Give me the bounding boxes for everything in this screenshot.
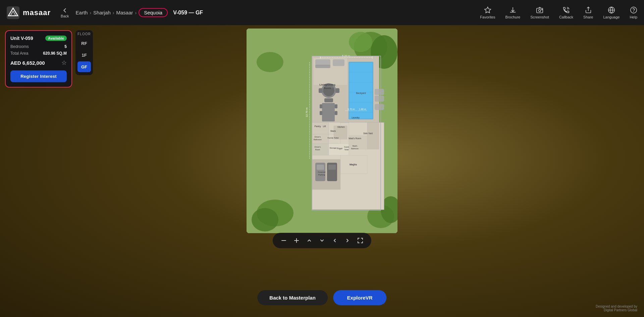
share-action[interactable]: Share	[583, 6, 593, 19]
svg-rect-35	[319, 88, 323, 93]
svg-text:Laundry: Laundry	[352, 116, 360, 119]
svg-text:Foyer: Foyer	[337, 147, 343, 150]
svg-rect-32	[324, 98, 333, 102]
svg-rect-39	[322, 103, 335, 121]
svg-text:Maid's: Maid's	[353, 145, 358, 147]
bedrooms-label: Bedrooms	[10, 44, 29, 49]
svg-text:Kitchen: Kitchen	[337, 126, 345, 128]
pan-up-button[interactable]	[304, 235, 314, 246]
unit-title: Unit V-059	[10, 36, 33, 41]
svg-point-20	[257, 52, 283, 72]
svg-rect-48	[312, 122, 329, 134]
svg-marker-3	[485, 7, 491, 12]
favorite-star-icon[interactable]: ☆	[61, 59, 67, 66]
svg-text:Living/Dining: Living/Dining	[319, 83, 335, 86]
floor-panel: FLOOR RF 1F GF	[75, 30, 93, 75]
svg-rect-44	[375, 89, 384, 95]
help-label: Help	[630, 15, 637, 19]
svg-text:Driver's: Driver's	[315, 136, 321, 138]
callback-action[interactable]: Callback	[559, 6, 573, 19]
star-icon	[484, 6, 491, 14]
svg-rect-62	[328, 165, 336, 170]
favorites-label: Favorites	[480, 15, 495, 19]
svg-text:Bathroom: Bathroom	[351, 148, 359, 150]
back-to-masterplan-button[interactable]: Back to Masterplan	[257, 290, 328, 305]
zoom-in-button[interactable]	[291, 235, 302, 246]
svg-rect-43	[335, 111, 337, 115]
floor-gf-button[interactable]: GF	[77, 61, 91, 72]
back-button[interactable]: Back	[61, 7, 69, 18]
svg-text:Lift: Lift	[323, 125, 326, 127]
svg-rect-38	[333, 59, 344, 66]
language-action[interactable]: Language	[603, 6, 620, 19]
svg-rect-22	[349, 62, 373, 119]
callback-label: Callback	[559, 15, 573, 19]
area-value: 620.96 SQ.M	[43, 51, 67, 56]
fullscreen-button[interactable]	[355, 235, 365, 246]
svg-point-15	[349, 32, 372, 52]
help-action[interactable]: Help	[630, 6, 637, 19]
logo-icon	[7, 6, 19, 19]
brochure-action[interactable]: Brochure	[505, 6, 521, 19]
back-icon	[62, 7, 68, 13]
svg-text:1.80 m: 1.80 m	[359, 108, 366, 110]
footer-line2: Digital Partners Global	[596, 308, 637, 312]
breadcrumb-masaar[interactable]: Masaar	[116, 10, 133, 15]
floorplan-container: 5.30 m 12.70 m 3.70 m 1.80 m Living/Dini…	[247, 29, 397, 233]
area-label: Total Area	[10, 51, 28, 56]
pan-left-button[interactable]	[330, 235, 340, 246]
sep-3: ›	[135, 10, 137, 15]
share-icon	[585, 6, 592, 14]
header-actions: Favorites Brochure Screenshot Callback	[480, 6, 637, 19]
phone-icon	[562, 6, 570, 14]
svg-point-10	[631, 7, 637, 13]
floor-1f-button[interactable]: 1F	[77, 50, 91, 60]
svg-text:Guest: Guest	[344, 146, 349, 148]
pan-right-button[interactable]	[342, 235, 353, 246]
unit-header: Unit V-059 Available	[10, 36, 67, 41]
explore-vr-button[interactable]: ExploreVR	[333, 290, 387, 305]
logo-area: masaar	[7, 6, 51, 19]
unit-status: Available	[45, 36, 67, 41]
language-label: Language	[603, 15, 620, 19]
register-interest-button[interactable]: Register Interest	[10, 70, 67, 82]
price-row: AED 6,652,000 ☆	[10, 59, 67, 66]
floorplan-svg: 5.30 m 12.70 m 3.70 m 1.80 m Living/Dini…	[247, 29, 397, 233]
viewer-controls	[273, 233, 371, 248]
breadcrumb-sequoia[interactable]: Sequoia	[139, 8, 168, 17]
favorites-action[interactable]: Favorites	[480, 6, 495, 19]
svg-text:12.70 m: 12.70 m	[305, 107, 308, 117]
svg-rect-50	[312, 144, 329, 155]
svg-rect-40	[320, 104, 322, 108]
svg-text:Storage: Storage	[329, 147, 337, 149]
svg-rect-45	[375, 96, 384, 102]
breadcrumb-earth[interactable]: Earth	[76, 10, 88, 15]
svg-rect-61	[317, 165, 324, 170]
camera-icon	[536, 6, 543, 14]
floor-rf-button[interactable]: RF	[77, 38, 91, 49]
svg-text:Toilet: Toilet	[344, 149, 349, 151]
pan-down-button[interactable]	[317, 235, 327, 246]
floorplan-image[interactable]: 5.30 m 12.70 m 3.70 m 1.80 m Living/Dini…	[247, 29, 397, 233]
svg-text:Pantry: Pantry	[315, 125, 321, 128]
breadcrumb-current: V-059 — GF	[173, 10, 203, 16]
breadcrumb-sharjah[interactable]: Sharjah	[93, 10, 111, 15]
svg-text:Side Yard: Side Yard	[363, 132, 373, 135]
svg-rect-42	[335, 104, 337, 108]
svg-text:Room: Room	[324, 87, 331, 90]
svg-text:Backyard: Backyard	[356, 92, 366, 95]
zoom-out-button[interactable]	[279, 235, 289, 246]
unit-price: AED 6,652,000	[10, 60, 45, 66]
header: masaar Back Earth › Sharjah › Masaar › S…	[0, 0, 644, 25]
brochure-label: Brochure	[505, 15, 521, 19]
floor-label: FLOOR	[77, 32, 91, 36]
svg-rect-6	[542, 9, 542, 10]
svg-text:3.70 m: 3.70 m	[347, 108, 355, 110]
bedrooms-row: Bedrooms 5	[10, 44, 67, 49]
screenshot-action[interactable]: Screenshot	[530, 6, 549, 19]
svg-rect-34	[335, 88, 339, 93]
back-label: Back	[61, 14, 69, 18]
svg-text:Covered: Covered	[318, 171, 326, 173]
bottom-buttons: Back to Masterplan ExploreVR	[257, 290, 386, 305]
svg-text:Bathroom: Bathroom	[314, 139, 322, 141]
